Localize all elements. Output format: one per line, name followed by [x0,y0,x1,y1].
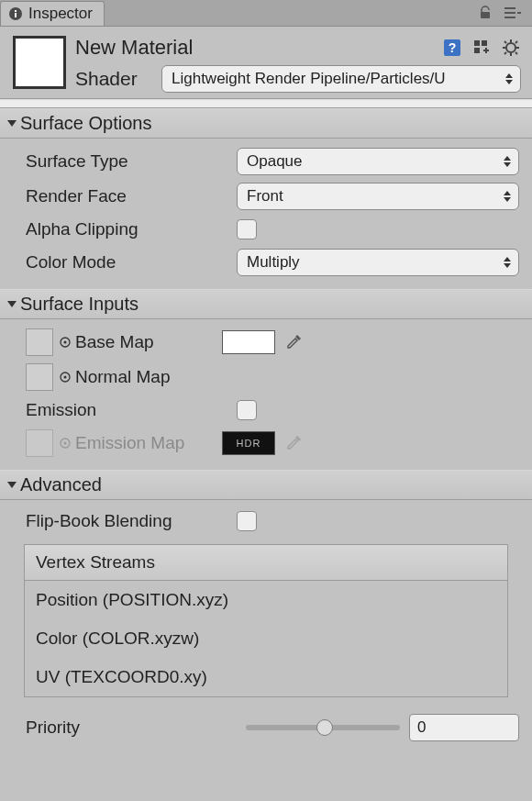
surface-type-dropdown[interactable]: Opaque [237,148,519,175]
flip-book-label: Flip-Book Blending [26,511,237,531]
eyedropper-icon [284,434,303,452]
svg-point-27 [64,376,67,379]
shader-label: Shader [75,68,154,90]
section-surface-inputs-header[interactable]: Surface Inputs [0,289,532,319]
svg-rect-4 [504,7,515,9]
vertex-streams-box: Vertex Streams Position (POSITION.xyz) C… [24,544,508,697]
svg-point-15 [506,43,515,52]
alpha-clipping-label: Alpha Clipping [26,219,237,239]
emission-label: Emission [26,400,237,420]
normal-map-label: Normal Map [75,367,222,387]
vertex-stream-item[interactable]: Color (COLOR.xyzw) [25,619,507,658]
svg-rect-7 [517,12,521,14]
chevron-updown-icon [504,70,515,88]
priority-slider[interactable] [246,725,400,730]
emission-map-hdr-swatch: HDR [222,431,275,455]
render-face-label: Render Face [26,186,237,206]
svg-line-22 [515,41,517,43]
svg-rect-2 [15,10,17,12]
foldout-icon [7,482,17,488]
preset-icon[interactable] [471,38,492,58]
chevron-updown-icon [502,152,513,171]
svg-line-21 [515,52,517,54]
vertex-stream-item[interactable]: Position (POSITION.xyz) [25,581,507,619]
foldout-icon [7,120,17,127]
svg-point-29 [64,442,67,445]
svg-point-25 [64,341,67,344]
section-advanced-header[interactable]: Advanced [0,470,532,500]
lock-icon[interactable] [475,3,495,23]
alpha-clipping-checkbox[interactable] [237,219,257,239]
base-map-label: Base Map [75,332,222,352]
base-map-color-swatch[interactable] [222,330,275,354]
priority-input[interactable]: 0 [409,714,519,741]
inspector-tab-label: Inspector [28,5,93,23]
svg-rect-1 [15,13,17,17]
svg-rect-5 [504,12,515,14]
material-name: New Material [75,36,442,60]
svg-rect-11 [482,40,487,46]
svg-rect-14 [485,48,487,53]
divider [0,99,532,108]
target-icon [59,336,72,349]
vertex-streams-header: Vertex Streams [25,545,507,581]
svg-rect-12 [474,48,480,53]
inspector-tab[interactable]: Inspector [0,1,105,26]
render-face-dropdown[interactable]: Front [237,183,519,210]
svg-line-20 [504,41,506,43]
svg-line-23 [504,52,506,54]
svg-text:?: ? [449,40,457,55]
base-map-texture-slot[interactable] [26,328,53,356]
section-surface-options-header[interactable]: Surface Options [0,108,532,139]
svg-rect-6 [504,17,515,18]
vertex-stream-item[interactable]: UV (TEXCOORD0.xy) [25,658,507,696]
gear-icon[interactable] [501,38,521,58]
foldout-icon [7,301,17,307]
info-icon [8,6,23,21]
svg-rect-10 [474,40,480,46]
color-mode-dropdown[interactable]: Multiply [237,249,519,276]
chevron-updown-icon [502,187,513,206]
priority-label: Priority [26,718,237,738]
emission-map-label: Emission Map [75,433,222,453]
section-title: Surface Options [20,113,151,134]
target-icon [59,437,72,450]
chevron-updown-icon [502,253,513,272]
context-menu-icon[interactable] [503,3,523,23]
color-mode-label: Color Mode [26,252,237,273]
surface-type-label: Surface Type [26,151,237,172]
eyedropper-icon[interactable] [284,333,303,351]
flip-book-checkbox[interactable] [237,511,257,531]
section-title: Surface Inputs [20,294,139,315]
svg-rect-3 [481,12,490,18]
emission-checkbox[interactable] [237,400,257,420]
material-header: New Material ? Shader Lightweight Ren [0,27,532,99]
material-preview-thumbnail[interactable] [13,36,66,89]
priority-slider-thumb[interactable] [316,719,333,736]
normal-map-texture-slot[interactable] [26,363,53,391]
shader-dropdown[interactable]: Lightweight Render Pipeline/Particles/U [161,65,521,93]
inspector-tabbar: Inspector [0,0,532,26]
shader-dropdown-value: Lightweight Render Pipeline/Particles/U [172,70,446,88]
help-icon[interactable]: ? [442,38,462,58]
emission-map-texture-slot [26,429,53,457]
target-icon [59,371,72,384]
section-title: Advanced [20,474,102,495]
